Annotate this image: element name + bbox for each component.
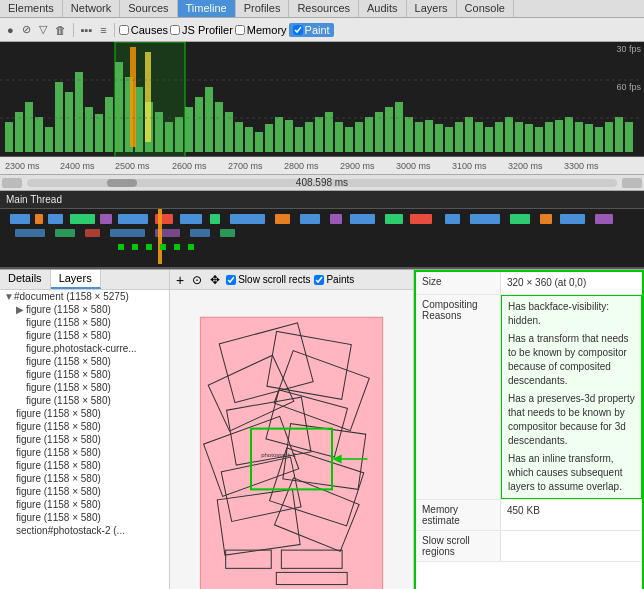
add-layer-button[interactable]: + [174, 272, 186, 288]
paints-checkbox[interactable] [314, 275, 324, 285]
tree-item-label: figure (1158 × 580) [16, 460, 101, 471]
svg-rect-77 [230, 214, 265, 224]
svg-rect-100 [146, 244, 152, 250]
svg-rect-11 [105, 97, 113, 152]
svg-rect-48 [475, 122, 483, 152]
scroll-right-btn[interactable] [622, 178, 642, 188]
slow-scroll-checkbox[interactable] [226, 275, 236, 285]
list-item[interactable]: figure (1158 × 580) [0, 485, 169, 498]
record-button[interactable]: ● [4, 23, 17, 37]
list-item[interactable]: ▼ #document (1158 × 5275) [0, 290, 169, 303]
list-item[interactable]: figure (1158 × 580) [0, 394, 169, 407]
tree-item-label: figure (1158 × 580) [16, 447, 101, 458]
timeline-chart[interactable] [0, 42, 640, 157]
svg-rect-87 [540, 214, 552, 224]
paint-checkbox-label[interactable]: Paint [289, 23, 334, 37]
svg-rect-18 [175, 117, 183, 152]
separator2 [114, 23, 115, 37]
svg-rect-89 [595, 214, 613, 224]
causes-checkbox-label[interactable]: Causes [119, 24, 168, 36]
tree-item-label: figure (1158 × 580) [16, 408, 101, 419]
list-item[interactable]: figure (1158 × 580) [0, 433, 169, 446]
paint-checkbox[interactable] [293, 25, 303, 35]
list-item[interactable]: figure (1158 × 580) [0, 355, 169, 368]
scroll-thumb[interactable] [107, 179, 137, 187]
js-profiler-checkbox-label[interactable]: JS Profiler [170, 24, 233, 36]
svg-rect-75 [180, 214, 202, 224]
memory-checkbox[interactable] [235, 25, 245, 35]
tree-item-label: figure (1158 × 580) [16, 434, 101, 445]
list-item[interactable]: section#photostack-2 (... [0, 524, 169, 537]
tab-resources[interactable]: Resources [289, 0, 359, 17]
list-item[interactable]: figure.photostack-curre... [0, 342, 169, 355]
svg-rect-21 [205, 87, 213, 152]
pan-button[interactable]: ✥ [208, 273, 222, 287]
svg-rect-98 [118, 244, 124, 250]
svg-rect-82 [385, 214, 403, 224]
tab-audits[interactable]: Audits [359, 0, 407, 17]
svg-rect-71 [70, 214, 95, 224]
scrollbar-area[interactable]: 408.598 ms [0, 175, 644, 191]
slow-scroll-label[interactable]: Slow scroll rects [226, 274, 310, 285]
svg-rect-29 [285, 120, 293, 152]
layer-visualization[interactable]: photostack-2 [170, 290, 413, 589]
svg-rect-50 [495, 122, 503, 152]
tab-profiles[interactable]: Profiles [236, 0, 290, 17]
fps-30-label: 30 fps [616, 44, 641, 54]
main-thread-bar: Main Thread [0, 191, 644, 209]
clear-button[interactable]: 🗑 [52, 23, 69, 37]
list-item[interactable]: figure (1158 × 580) [0, 407, 169, 420]
orbit-button[interactable]: ⊙ [190, 273, 204, 287]
list-item[interactable]: figure (1158 × 580) [0, 368, 169, 381]
memory-label: Memory estimate [416, 500, 501, 530]
tab-elements[interactable]: Elements [0, 0, 63, 17]
svg-rect-80 [330, 214, 342, 224]
stop-button[interactable]: ⊘ [19, 22, 34, 37]
svg-rect-28 [275, 117, 283, 152]
list-item[interactable]: figure (1158 × 580) [0, 446, 169, 459]
time-2400: 2400 ms [60, 161, 95, 171]
tab-console[interactable]: Console [457, 0, 514, 17]
tree-item-label: figure (1158 × 580) [16, 499, 101, 510]
svg-rect-97 [158, 209, 162, 264]
tab-timeline[interactable]: Timeline [178, 0, 236, 17]
list-item[interactable]: figure (1158 × 580) [0, 498, 169, 511]
tab-network[interactable]: Network [63, 0, 120, 17]
chart-area: 30 fps 60 fps [0, 42, 644, 157]
tab-layers[interactable]: Layers [51, 270, 101, 289]
size-row: Size 320 × 360 (at 0,0) [416, 272, 642, 295]
tab-layers[interactable]: Layers [407, 0, 457, 17]
size-label: Size [416, 272, 501, 294]
flame-chart-button[interactable]: ≡ [97, 23, 109, 37]
svg-rect-52 [515, 122, 523, 152]
list-item[interactable]: figure (1158 × 580) [0, 420, 169, 433]
time-3000: 3000 ms [396, 161, 431, 171]
list-item[interactable]: ▶ figure (1158 × 580) [0, 303, 169, 316]
svg-rect-61 [605, 122, 613, 152]
filter-button[interactable]: ▽ [36, 22, 50, 37]
memory-checkbox-label[interactable]: Memory [235, 24, 287, 36]
bar-chart-button[interactable]: ▪▪▪ [78, 23, 96, 37]
list-item[interactable]: figure (1158 × 580) [0, 459, 169, 472]
tab-sources[interactable]: Sources [120, 0, 177, 17]
svg-rect-90 [15, 229, 45, 237]
svg-rect-8 [75, 72, 83, 152]
causes-checkbox[interactable] [119, 25, 129, 35]
causes-label: Causes [131, 24, 168, 36]
tree-item-label: figure (1158 × 580) [16, 473, 101, 484]
reason-3: Has a preserves-3d property that needs t… [508, 392, 635, 448]
slow-scroll-row: Slow scroll regions [416, 531, 642, 562]
scroll-left-btn[interactable] [2, 178, 22, 188]
list-item[interactable]: figure (1158 × 580) [0, 511, 169, 524]
js-profiler-checkbox[interactable] [170, 25, 180, 35]
list-item[interactable]: figure (1158 × 580) [0, 472, 169, 485]
list-item[interactable]: figure (1158 × 580) [0, 381, 169, 394]
tree-item-label: figure (1158 × 580) [26, 304, 111, 315]
svg-rect-12 [115, 62, 123, 152]
svg-rect-45 [445, 127, 453, 152]
tab-details[interactable]: Details [0, 270, 51, 289]
list-item[interactable]: figure (1158 × 580) [0, 316, 169, 329]
list-item[interactable]: figure (1158 × 580) [0, 329, 169, 342]
tree-item-label: figure (1158 × 580) [26, 369, 111, 380]
paints-label[interactable]: Paints [314, 274, 354, 285]
